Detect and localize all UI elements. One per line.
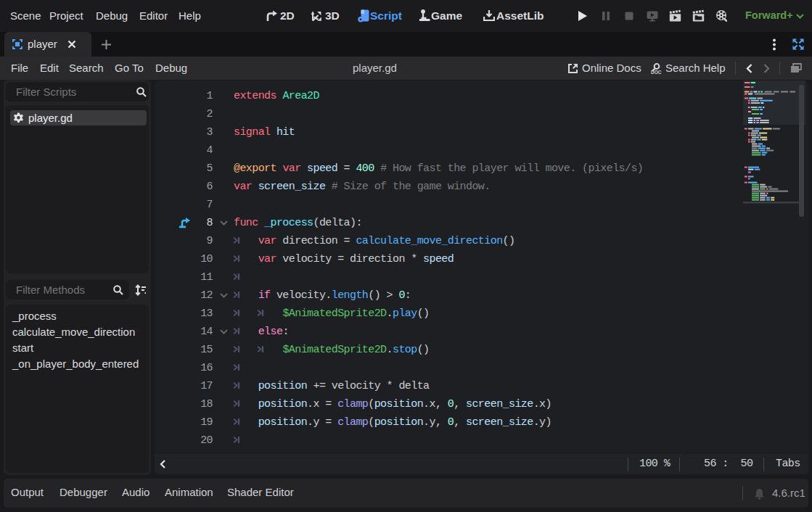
svg-text:DOC: DOC xyxy=(651,70,662,75)
